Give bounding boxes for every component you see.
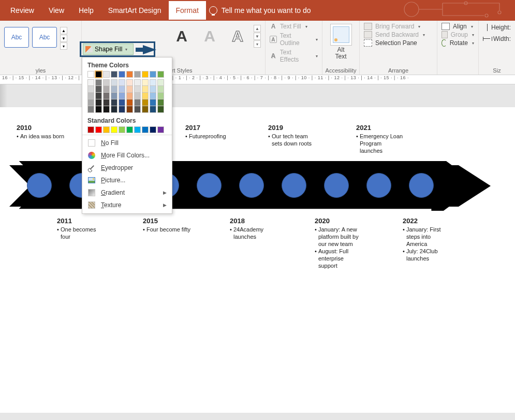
color-swatch[interactable] xyxy=(111,106,117,113)
wordart-preset[interactable]: A xyxy=(169,24,195,49)
color-swatch[interactable] xyxy=(157,86,164,93)
color-swatch[interactable] xyxy=(157,126,164,133)
alt-text-button[interactable] xyxy=(330,24,352,46)
color-swatch[interactable] xyxy=(103,71,110,78)
color-swatch[interactable] xyxy=(111,99,117,106)
color-swatch[interactable] xyxy=(119,93,125,99)
color-swatch[interactable] xyxy=(150,99,156,106)
color-swatch[interactable] xyxy=(134,126,141,133)
timeline-node[interactable] xyxy=(366,173,391,198)
color-swatch[interactable] xyxy=(142,106,149,113)
color-swatch[interactable] xyxy=(103,86,110,93)
tab-format[interactable]: Format xyxy=(169,1,206,20)
more-fill-colors-item[interactable]: More Fill Colors... xyxy=(82,149,172,162)
timeline-node[interactable] xyxy=(282,173,306,198)
texture-fill-item[interactable]: Texture▶ xyxy=(82,199,172,211)
timeline-entry[interactable]: 2017Futureproofing xyxy=(185,124,234,141)
color-swatch[interactable] xyxy=(126,93,133,99)
group-button[interactable]: Group▾ xyxy=(442,31,474,38)
bring-forward-button[interactable]: Bring Forward▾ xyxy=(364,23,433,30)
color-swatch[interactable] xyxy=(87,71,94,78)
color-swatch[interactable] xyxy=(126,86,133,93)
color-swatch[interactable] xyxy=(150,71,156,78)
color-swatch[interactable] xyxy=(134,86,141,93)
tab-review[interactable]: Review xyxy=(3,1,41,20)
color-swatch[interactable] xyxy=(119,71,125,78)
timeline-entry[interactable]: 2019Our tech team sets down roots xyxy=(268,124,317,148)
width-input[interactable]: Width: xyxy=(483,35,511,42)
gradient-fill-item[interactable]: Gradient▶ xyxy=(82,186,172,199)
timeline-entry[interactable]: 2010An idea was born xyxy=(17,124,66,141)
timeline-entry[interactable]: 2011One becomes four xyxy=(57,217,106,241)
color-swatch[interactable] xyxy=(95,99,102,106)
color-swatch[interactable] xyxy=(87,79,94,86)
color-swatch[interactable] xyxy=(87,93,94,99)
color-swatch[interactable] xyxy=(157,79,164,86)
eyedropper-item[interactable]: Eyedropper xyxy=(82,162,172,174)
color-swatch[interactable] xyxy=(134,71,141,78)
color-swatch[interactable] xyxy=(87,126,94,133)
color-swatch[interactable] xyxy=(142,71,149,78)
color-swatch[interactable] xyxy=(103,106,110,113)
color-swatch[interactable] xyxy=(142,93,149,99)
timeline-entry[interactable]: 2022January: First steps into AmericaJul… xyxy=(403,217,452,263)
slide[interactable]: 2010An idea was born201224Slides.com lau… xyxy=(0,107,515,413)
timeline-entry[interactable]: 2021Emergency Loan Program launches xyxy=(356,124,405,155)
wordart-preset[interactable]: A xyxy=(225,24,251,49)
color-swatch[interactable] xyxy=(95,79,102,86)
timeline-entry[interactable]: 201824Academy launches xyxy=(230,217,279,241)
color-swatch[interactable] xyxy=(111,93,117,99)
color-swatch[interactable] xyxy=(150,86,156,93)
color-swatch[interactable] xyxy=(119,106,125,113)
color-swatch[interactable] xyxy=(157,99,164,106)
color-swatch[interactable] xyxy=(111,71,117,78)
style-gallery-more[interactable]: ▾ xyxy=(60,42,67,50)
timeline-node[interactable] xyxy=(324,173,349,198)
timeline-entry[interactable]: 2015Four become fifty xyxy=(143,217,192,234)
color-swatch[interactable] xyxy=(142,99,149,106)
color-swatch[interactable] xyxy=(119,99,125,106)
shape-fill-button[interactable]: Shape Fill ▾ xyxy=(83,44,134,55)
color-swatch[interactable] xyxy=(134,106,141,113)
timeline-node[interactable] xyxy=(409,173,434,198)
color-swatch[interactable] xyxy=(126,106,133,113)
tab-help[interactable]: Help xyxy=(71,1,101,20)
color-swatch[interactable] xyxy=(150,93,156,99)
color-swatch[interactable] xyxy=(142,79,149,86)
text-fill-button[interactable]: AText Fill▾ xyxy=(270,23,318,30)
shape-style-preset[interactable]: Abc xyxy=(32,27,57,48)
color-swatch[interactable] xyxy=(95,93,102,99)
color-swatch[interactable] xyxy=(103,93,110,99)
color-swatch[interactable] xyxy=(157,71,164,78)
color-swatch[interactable] xyxy=(87,106,94,113)
color-swatch[interactable] xyxy=(126,99,133,106)
color-swatch[interactable] xyxy=(111,86,117,93)
style-gallery-down[interactable]: ▼ xyxy=(60,35,67,42)
timeline-entry[interactable]: 2020January: A new platform built by our… xyxy=(315,217,364,270)
color-swatch[interactable] xyxy=(95,106,102,113)
color-swatch[interactable] xyxy=(95,86,102,93)
color-swatch[interactable] xyxy=(119,86,125,93)
color-swatch[interactable] xyxy=(126,79,133,86)
wordart-gallery-up[interactable]: ▲ xyxy=(254,25,261,32)
timeline-node[interactable] xyxy=(197,173,222,198)
color-swatch[interactable] xyxy=(150,79,156,86)
height-input[interactable]: Height: xyxy=(483,24,511,31)
picture-fill-item[interactable]: Picture... xyxy=(82,174,172,186)
color-swatch[interactable] xyxy=(142,86,149,93)
text-outline-button[interactable]: AText Outline▾ xyxy=(270,32,318,47)
tab-smartart-design[interactable]: SmartArt Design xyxy=(101,1,169,20)
wordart-gallery-more[interactable]: ▾ xyxy=(254,40,261,48)
color-swatch[interactable] xyxy=(157,93,164,99)
color-swatch[interactable] xyxy=(150,106,156,113)
color-swatch[interactable] xyxy=(126,126,133,133)
rotate-button[interactable]: Rotate▾ xyxy=(442,39,474,47)
selection-pane-button[interactable]: Selection Pane xyxy=(364,39,433,47)
color-swatch[interactable] xyxy=(134,79,141,86)
color-swatch[interactable] xyxy=(95,126,102,133)
color-swatch[interactable] xyxy=(87,99,94,106)
shape-style-preset[interactable]: Abc xyxy=(4,27,29,48)
color-swatch[interactable] xyxy=(157,106,164,113)
timeline-node[interactable] xyxy=(239,173,264,198)
color-swatch[interactable] xyxy=(119,79,125,86)
